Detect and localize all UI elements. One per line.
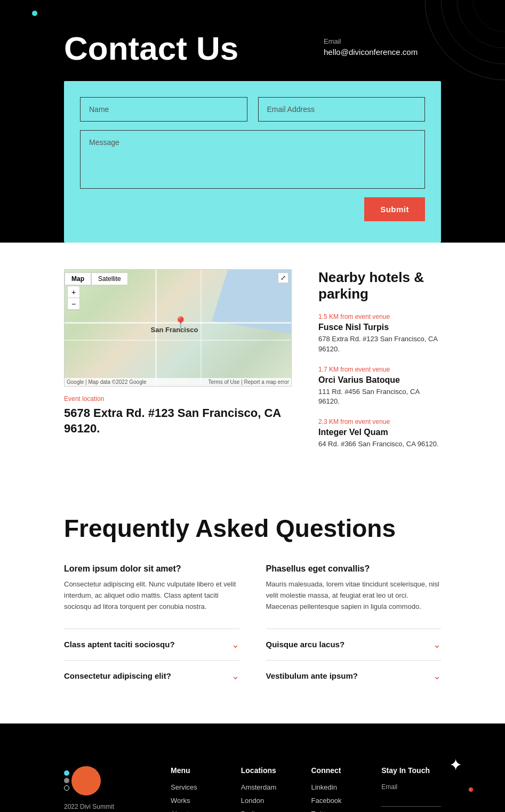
footer-section: ✦ 2022 Divi Summit Menu Services Works A…: [0, 723, 505, 812]
footer-star-icon: ✦: [449, 755, 462, 774]
faq-accordion-label-1: Class aptent taciti sociosqu?: [64, 640, 175, 649]
faq-open-question-1: Lorem ipsum dolor sit amet?: [64, 564, 239, 574]
map-attr-links: Terms of Use | Report a map error: [208, 379, 289, 385]
footer-locations-column: Locations Amsterdam London Berlin: [241, 766, 301, 812]
map-zoom-out[interactable]: −: [68, 298, 79, 310]
hotel-name-2: Orci Varius Batoque: [318, 375, 441, 385]
map-tab-satellite[interactable]: Satellite: [91, 272, 128, 285]
hotel-item-2: 1.7 KM from event venue Orci Varius Bato…: [318, 366, 441, 406]
faq-accordion-4[interactable]: Vestibulum ante ipsum? ⌄: [266, 660, 442, 692]
footer-logo-column: 2022 Divi Summit: [64, 766, 160, 812]
faq-accordion-label-2: Quisque arcu lacus?: [266, 640, 345, 649]
map-attr-google: Google | Map data ©2022 Google: [67, 379, 147, 385]
hotel-distance-3: 2.3 KM from event venue: [318, 418, 441, 425]
footer-menu-title: Menu: [171, 766, 230, 775]
chevron-down-icon-1: ⌄: [231, 639, 239, 650]
faq-open-left: Lorem ipsum dolor sit amet? Consectetur …: [64, 564, 239, 612]
logo-dot-gray: [64, 778, 69, 783]
hotel-item-1: 1.5 KM from event venue Fusce Nisl Turpi…: [318, 313, 441, 353]
faq-grid: Lorem ipsum dolor sit amet? Consectetur …: [64, 564, 441, 691]
faq-accordion-1[interactable]: Class aptent taciti sociosqu? ⌄: [64, 629, 239, 660]
footer-link-amsterdam[interactable]: Amsterdam: [241, 783, 301, 791]
footer-link-london[interactable]: London: [241, 797, 301, 805]
event-address: 5678 Extra Rd. #123 San Francisco, CA 96…: [64, 406, 292, 436]
chevron-down-icon-4: ⌄: [433, 670, 441, 682]
footer-link-works[interactable]: Works: [171, 797, 230, 805]
logo-circle-orange: [71, 766, 101, 795]
logo-dot-white: [64, 785, 69, 791]
map-expand-button[interactable]: ⤢: [278, 272, 288, 283]
footer-logo-graphic: [64, 766, 101, 795]
footer-logo-label: 2022 Divi Summit: [64, 803, 114, 810]
svg-point-1: [441, 0, 505, 64]
hero-dot: [32, 11, 37, 16]
map-background: San Francisco 📍: [65, 270, 291, 386]
footer-menu-column: Menu Services Works About Contact: [171, 766, 230, 812]
hotel-distance-1: 1.5 KM from event venue: [318, 313, 441, 320]
faq-title: Frequently Asked Questions: [64, 514, 441, 543]
faq-section: Frequently Asked Questions Lorem ipsum d…: [0, 493, 505, 723]
faq-accordions-left: Class aptent taciti sociosqu? ⌄ Consecte…: [64, 629, 239, 692]
faq-accordion-2[interactable]: Quisque arcu lacus? ⌄: [266, 629, 442, 660]
footer-link-berlin[interactable]: Berlin: [241, 810, 301, 812]
hotel-address-3: 64 Rd. #366 San Francisco, CA 96120.: [318, 439, 441, 449]
faq-accordion-label-3: Consectetur adipiscing elit?: [64, 671, 171, 680]
footer-link-facebook[interactable]: Facebook: [311, 797, 371, 805]
hotels-column: Nearby hotels & parking 1.5 KM from even…: [318, 269, 441, 461]
name-input[interactable]: [80, 97, 247, 122]
faq-accordion-label-4: Vestibulum ante ipsum?: [266, 671, 358, 680]
faq-open-answer-2: Mauris malesuada, lorem vitae tincidunt …: [266, 579, 442, 612]
page-title: Contact Us: [64, 32, 302, 65]
footer-dot-red: [469, 787, 473, 792]
map-road: [65, 340, 291, 341]
event-location-label: Event location: [64, 395, 292, 403]
hero-section: Contact Us Email hello@diviconference.co…: [0, 0, 505, 243]
footer-stay-in-touch-column: Stay In Touch Email Subscribe: [381, 766, 441, 812]
hotel-distance-2: 1.7 KM from event venue: [318, 366, 441, 373]
footer-email-input[interactable]: [381, 794, 441, 807]
form-submit-row: Submit: [80, 197, 425, 221]
map-container[interactable]: San Francisco 📍 Map Satellite + − ⤢ Goog…: [64, 269, 292, 387]
map-road: [201, 270, 202, 386]
svg-point-3: [473, 0, 505, 32]
footer-connect-title: Connect: [311, 766, 371, 775]
footer-link-services[interactable]: Services: [171, 783, 230, 791]
hotel-name-3: Integer Vel Quam: [318, 428, 441, 437]
footer-connect-column: Connect Linkedin Facebook Twitter Instag…: [311, 766, 371, 812]
footer-stay-title: Stay In Touch: [381, 766, 441, 775]
chevron-down-icon-2: ⌄: [433, 639, 441, 650]
map-controls: Map Satellite: [65, 272, 291, 285]
logo-dots: [64, 770, 69, 791]
svg-point-0: [425, 0, 505, 80]
faq-accordion-3[interactable]: Consectetur adipiscing elit? ⌄: [64, 660, 239, 692]
footer-link-twitter[interactable]: Twitter: [311, 810, 371, 812]
hero-lines: [292, 0, 505, 107]
faq-open-answer-1: Consectetur adipiscing elit. Nunc vulput…: [64, 579, 239, 612]
svg-point-2: [457, 0, 505, 48]
footer-link-linkedin[interactable]: Linkedin: [311, 783, 371, 791]
faq-open-right: Phasellus eget convallis? Mauris malesua…: [266, 564, 442, 612]
map-column: San Francisco 📍 Map Satellite + − ⤢ Goog…: [64, 269, 292, 436]
hotel-name-1: Fusce Nisl Turpis: [318, 323, 441, 332]
chevron-down-icon-3: ⌄: [231, 670, 239, 682]
hotel-item-3: 2.3 KM from event venue Integer Vel Quam…: [318, 418, 441, 449]
footer-grid: 2022 Divi Summit Menu Services Works Abo…: [64, 766, 441, 812]
location-section: San Francisco 📍 Map Satellite + − ⤢ Goog…: [0, 243, 505, 493]
submit-button[interactable]: Submit: [364, 197, 425, 221]
footer-locations-title: Locations: [241, 766, 301, 775]
logo-dot-blue: [64, 770, 69, 776]
map-tab-map[interactable]: Map: [65, 272, 91, 285]
map-pin: 📍: [173, 316, 188, 330]
hotels-title: Nearby hotels & parking: [318, 269, 441, 302]
hotel-address-2: 111 Rd. #456 San Francisco, CA 96120.: [318, 387, 441, 406]
footer-email-label: Email: [381, 783, 441, 791]
faq-open-question-2: Phasellus eget convallis?: [266, 564, 442, 574]
message-input[interactable]: [80, 130, 425, 189]
map-attribution: Google | Map data ©2022 Google Terms of …: [65, 378, 291, 386]
map-zoom-in[interactable]: +: [68, 286, 79, 298]
footer-link-about[interactable]: About: [171, 810, 230, 812]
map-zoom-controls: + −: [67, 286, 80, 310]
hotel-address-1: 678 Extra Rd. #123 San Francisco, CA 961…: [318, 334, 441, 353]
faq-accordions-right: Quisque arcu lacus? ⌄ Vestibulum ante ip…: [266, 629, 442, 692]
